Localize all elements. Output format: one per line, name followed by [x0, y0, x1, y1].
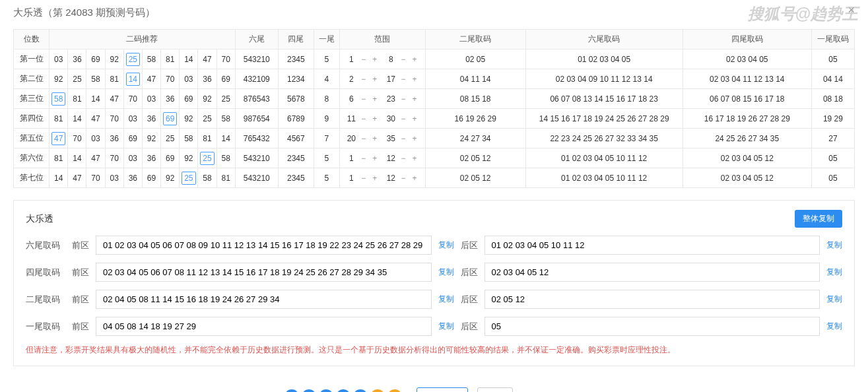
num-cell[interactable]: 58 [217, 148, 235, 168]
num-cell[interactable]: 14 [68, 109, 86, 129]
num-cell[interactable]: 25 [217, 89, 235, 109]
range-max-stepper[interactable]: 12−+ [385, 154, 418, 163]
num-cell[interactable]: 25 [123, 49, 142, 69]
minus-icon[interactable]: − [399, 114, 407, 123]
num-cell[interactable]: 81 [161, 49, 180, 69]
plus-icon[interactable]: + [370, 114, 379, 123]
range-max-stepper[interactable]: 12−+ [385, 174, 418, 183]
range-max-stepper[interactable]: 23−+ [385, 94, 418, 104]
range-min-stepper[interactable]: 1−+ [346, 154, 379, 163]
minus-icon[interactable]: − [359, 114, 368, 123]
minus-icon[interactable]: − [399, 75, 407, 84]
num-cell[interactable]: 47 [105, 89, 123, 109]
num-cell[interactable]: 70 [68, 129, 86, 148]
minus-icon[interactable]: − [359, 55, 368, 64]
front-input[interactable] [96, 317, 432, 336]
plus-icon[interactable]: + [370, 75, 379, 84]
num-cell[interactable]: 92 [161, 168, 180, 188]
num-cell[interactable]: 25 [161, 129, 180, 148]
plus-icon[interactable]: + [410, 114, 418, 123]
num-cell[interactable]: 70 [86, 168, 105, 188]
num-cell[interactable]: 81 [50, 148, 68, 168]
minus-icon[interactable]: − [359, 94, 368, 104]
range-max-stepper[interactable]: 8−+ [385, 55, 418, 64]
plus-icon[interactable]: + [410, 134, 418, 143]
num-cell[interactable]: 81 [68, 89, 86, 109]
range-max-stepper[interactable]: 30−+ [385, 114, 418, 123]
minus-icon[interactable]: − [399, 55, 407, 64]
minus-icon[interactable]: − [359, 154, 368, 163]
num-cell[interactable]: 92 [180, 148, 198, 168]
num-cell[interactable]: 47 [50, 129, 68, 148]
num-cell[interactable]: 81 [105, 69, 123, 89]
num-cell[interactable]: 69 [180, 89, 198, 109]
num-cell[interactable]: 69 [161, 109, 180, 129]
copy-link[interactable]: 复制 [438, 294, 454, 305]
range-min-stepper[interactable]: 6−+ [346, 94, 379, 104]
plus-icon[interactable]: + [370, 55, 379, 64]
num-cell[interactable]: 58 [217, 109, 235, 129]
plus-icon[interactable]: + [410, 94, 418, 104]
num-cell[interactable]: 92 [198, 89, 217, 109]
num-cell[interactable]: 36 [105, 129, 123, 148]
num-cell[interactable]: 70 [161, 69, 180, 89]
num-cell[interactable]: 36 [142, 148, 160, 168]
num-cell[interactable]: 58 [198, 168, 217, 188]
plus-icon[interactable]: + [370, 94, 379, 104]
back-input[interactable] [484, 236, 820, 255]
copy-link[interactable]: 复制 [826, 267, 842, 278]
num-cell[interactable]: 81 [198, 129, 217, 148]
plus-icon[interactable]: + [370, 134, 379, 143]
copy-link[interactable]: 复制 [826, 240, 842, 251]
plus-icon[interactable]: + [410, 55, 418, 64]
num-cell[interactable]: 92 [50, 69, 68, 89]
num-cell[interactable]: 25 [198, 148, 217, 168]
num-cell[interactable]: 25 [198, 109, 217, 129]
num-cell[interactable]: 69 [142, 168, 160, 188]
num-cell[interactable]: 47 [68, 168, 86, 188]
num-cell[interactable]: 47 [86, 109, 105, 129]
range-min-stepper[interactable]: 1−+ [346, 174, 379, 183]
range-min-stepper[interactable]: 20−+ [346, 134, 379, 143]
minus-icon[interactable]: − [399, 134, 407, 143]
num-cell[interactable]: 14 [68, 148, 86, 168]
execute-button[interactable]: 执行计算 [417, 387, 468, 392]
num-cell[interactable]: 92 [180, 109, 198, 129]
plus-icon[interactable]: + [410, 174, 418, 183]
back-input[interactable] [484, 317, 820, 336]
num-cell[interactable]: 03 [123, 148, 142, 168]
back-input[interactable] [484, 263, 820, 282]
num-cell[interactable]: 47 [86, 148, 105, 168]
front-input[interactable] [96, 290, 432, 309]
back-input[interactable] [484, 290, 820, 309]
num-cell[interactable]: 70 [105, 148, 123, 168]
copy-link[interactable]: 复制 [826, 294, 842, 305]
num-cell[interactable]: 69 [161, 148, 180, 168]
num-cell[interactable]: 92 [105, 49, 123, 69]
num-cell[interactable]: 03 [50, 49, 68, 69]
reset-button[interactable]: 重置 [477, 387, 513, 392]
plus-icon[interactable]: + [410, 154, 418, 163]
minus-icon[interactable]: − [399, 94, 407, 104]
close-icon[interactable]: × [848, 3, 855, 17]
num-cell[interactable]: 03 [105, 168, 123, 188]
range-max-stepper[interactable]: 35−+ [385, 134, 418, 143]
num-cell[interactable]: 58 [50, 89, 68, 109]
minus-icon[interactable]: − [359, 75, 368, 84]
front-input[interactable] [96, 263, 432, 282]
num-cell[interactable]: 92 [142, 129, 160, 148]
num-cell[interactable]: 36 [161, 89, 180, 109]
range-max-stepper[interactable]: 17−+ [385, 75, 418, 84]
num-cell[interactable]: 70 [217, 49, 235, 69]
num-cell[interactable]: 70 [123, 89, 142, 109]
front-input[interactable] [96, 236, 432, 255]
plus-icon[interactable]: + [410, 75, 418, 84]
range-min-stepper[interactable]: 1−+ [346, 55, 379, 64]
num-cell[interactable]: 14 [50, 168, 68, 188]
num-cell[interactable]: 81 [50, 109, 68, 129]
copy-link[interactable]: 复制 [438, 240, 454, 251]
copy-link[interactable]: 复制 [438, 267, 454, 278]
num-cell[interactable]: 03 [123, 109, 142, 129]
num-cell[interactable]: 69 [217, 69, 235, 89]
num-cell[interactable]: 14 [180, 49, 198, 69]
